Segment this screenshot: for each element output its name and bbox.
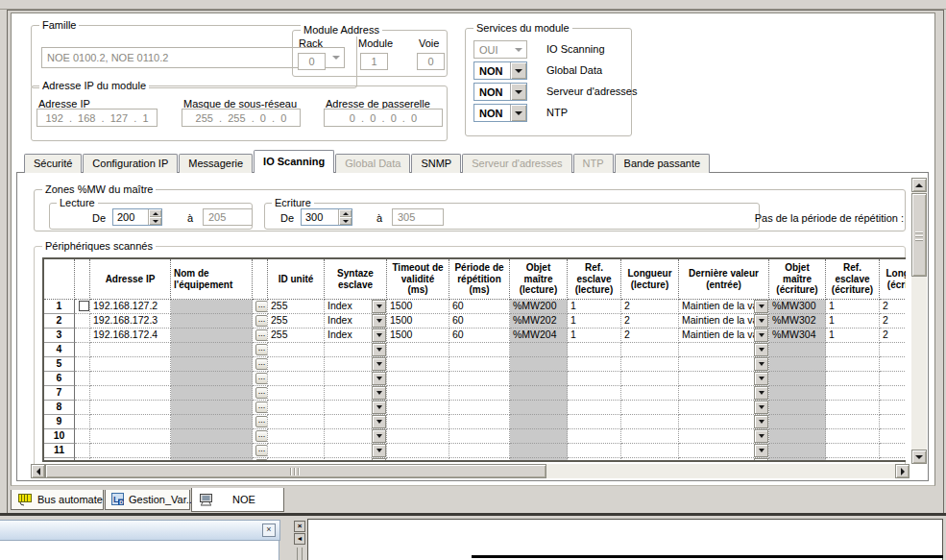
cell-long_ecriture[interactable]: 2 bbox=[880, 329, 906, 343]
row-header[interactable]: 10 bbox=[44, 429, 75, 444]
cell-periode[interactable] bbox=[449, 415, 510, 429]
cell-ref_lecture[interactable]: 1 bbox=[568, 300, 621, 314]
cell-chk[interactable] bbox=[75, 401, 90, 415]
cell-ref_ecriture[interactable] bbox=[826, 429, 880, 444]
spinner-down-icon[interactable] bbox=[149, 217, 161, 225]
row-header[interactable]: 5 bbox=[44, 357, 75, 372]
cell-syntaxe[interactable]: Index bbox=[325, 314, 387, 329]
cell-derniere[interactable] bbox=[679, 372, 769, 386]
cell-ref_lecture[interactable] bbox=[568, 444, 621, 458]
cell-long_lecture[interactable] bbox=[621, 429, 679, 444]
row-header[interactable]: 2 bbox=[44, 314, 75, 329]
dropdown-button[interactable] bbox=[754, 458, 768, 462]
cell-ip[interactable] bbox=[90, 415, 171, 429]
cell-syntaxe[interactable] bbox=[325, 357, 387, 372]
cell-ref_lecture[interactable] bbox=[568, 357, 621, 372]
cell-derniere[interactable] bbox=[679, 357, 769, 372]
browse-button[interactable]: ... bbox=[255, 459, 268, 462]
dropdown-button[interactable] bbox=[754, 372, 768, 385]
horizontal-scroll-thumb[interactable] bbox=[45, 464, 546, 478]
cell-btn[interactable]: ... bbox=[253, 386, 268, 401]
scroll-down-icon[interactable] bbox=[911, 450, 927, 464]
cell-periode[interactable]: 60 bbox=[449, 300, 510, 314]
cell-id_unite[interactable] bbox=[268, 444, 325, 458]
browse-button[interactable]: ... bbox=[255, 402, 268, 413]
cell-timeout[interactable] bbox=[387, 372, 449, 386]
dropdown-button[interactable] bbox=[372, 458, 386, 462]
cell-ref_lecture[interactable] bbox=[568, 386, 621, 401]
dropdown-button[interactable] bbox=[754, 329, 768, 342]
service-combo-global-data[interactable]: NON bbox=[473, 61, 527, 80]
cell-btn[interactable]: ... bbox=[253, 444, 268, 458]
cell-long_ecriture[interactable] bbox=[880, 444, 906, 458]
ecriture-de-input[interactable]: 300 bbox=[301, 208, 352, 226]
cell-long_lecture[interactable] bbox=[621, 458, 679, 462]
cell-btn[interactable]: ... bbox=[253, 458, 268, 462]
cell-syntaxe[interactable] bbox=[325, 444, 387, 458]
cell-btn[interactable]: ... bbox=[253, 372, 268, 386]
bottom-left-panel-header[interactable]: × bbox=[0, 520, 280, 541]
cell-long_ecriture[interactable] bbox=[880, 429, 906, 444]
cell-btn[interactable]: ... bbox=[253, 401, 268, 415]
scroll-right-icon[interactable] bbox=[895, 464, 910, 478]
cell-ref_ecriture[interactable] bbox=[826, 386, 880, 401]
scroll-left-icon[interactable] bbox=[31, 464, 45, 478]
cell-periode[interactable] bbox=[449, 386, 510, 401]
cell-timeout[interactable] bbox=[387, 415, 449, 429]
row-header[interactable]: 9 bbox=[44, 415, 75, 429]
cell-chk[interactable] bbox=[75, 372, 90, 386]
dropdown-button[interactable] bbox=[754, 300, 768, 313]
editor-tab-gestion-var[interactable]: LDGestion_Var... bbox=[105, 490, 190, 510]
scroll-up-icon[interactable] bbox=[911, 178, 927, 192]
row-header[interactable]: 3 bbox=[44, 329, 75, 343]
cell-ip[interactable]: 192.168.172.3 bbox=[90, 314, 171, 329]
tab-messagerie[interactable]: Messagerie bbox=[179, 154, 253, 173]
dropdown-button[interactable] bbox=[372, 314, 386, 328]
cell-long_lecture[interactable]: 2 bbox=[621, 300, 679, 314]
browse-button[interactable]: ... bbox=[255, 373, 268, 384]
cell-ip[interactable] bbox=[90, 429, 171, 444]
row-header[interactable]: 7 bbox=[44, 386, 75, 401]
dropdown-button[interactable] bbox=[754, 343, 768, 356]
cell-ip[interactable] bbox=[90, 343, 171, 357]
editor-tab-noe[interactable]: NOE bbox=[191, 488, 284, 512]
cell-long_lecture[interactable] bbox=[621, 386, 679, 401]
cell-ref_ecriture[interactable] bbox=[826, 372, 880, 386]
cell-derniere[interactable]: Maintien de la vale bbox=[679, 329, 769, 343]
cell-ref_ecriture[interactable]: 1 bbox=[826, 314, 880, 329]
dropdown-button[interactable] bbox=[372, 343, 386, 356]
tab-io-scanning[interactable]: IO Scanning bbox=[254, 150, 334, 173]
tab-configuration-ip[interactable]: Configuration IP bbox=[83, 154, 178, 173]
cell-syntaxe[interactable] bbox=[325, 372, 387, 386]
cell-id_unite[interactable]: 255 bbox=[268, 329, 325, 343]
cell-id_unite[interactable] bbox=[268, 401, 325, 415]
cell-ip[interactable] bbox=[90, 386, 171, 401]
cell-long_ecriture[interactable] bbox=[880, 357, 906, 372]
cell-timeout[interactable] bbox=[387, 444, 449, 458]
cell-ip[interactable]: 192.168.172.4 bbox=[90, 329, 171, 343]
cell-id_unite[interactable] bbox=[268, 415, 325, 429]
browse-button[interactable]: ... bbox=[255, 344, 268, 355]
cell-timeout[interactable] bbox=[387, 357, 449, 372]
row-header[interactable]: 6 bbox=[44, 372, 75, 386]
cell-chk[interactable] bbox=[75, 386, 90, 401]
cell-timeout[interactable] bbox=[387, 386, 449, 401]
cell-long_lecture[interactable] bbox=[621, 357, 679, 372]
cell-derniere[interactable]: Maintien de la vale bbox=[679, 314, 769, 329]
cell-ref_ecriture[interactable]: 1 bbox=[826, 329, 880, 343]
cell-ip[interactable] bbox=[90, 357, 171, 372]
cell-ip[interactable] bbox=[90, 401, 171, 415]
cell-ref_ecriture[interactable]: 1 bbox=[826, 300, 880, 314]
cell-ref_lecture[interactable] bbox=[568, 415, 621, 429]
browse-button[interactable]: ... bbox=[255, 416, 268, 427]
browse-button[interactable]: ... bbox=[255, 315, 268, 327]
dropdown-button[interactable] bbox=[754, 444, 768, 457]
cell-derniere[interactable] bbox=[679, 386, 769, 401]
dropdown-button[interactable] bbox=[754, 314, 768, 328]
cell-syntaxe[interactable] bbox=[325, 401, 387, 415]
cell-syntaxe[interactable] bbox=[325, 458, 387, 462]
cell-id_unite[interactable] bbox=[268, 357, 325, 372]
cell-btn[interactable]: ... bbox=[253, 357, 268, 372]
dropdown-button[interactable] bbox=[372, 415, 386, 428]
cell-long_lecture[interactable] bbox=[621, 343, 679, 357]
